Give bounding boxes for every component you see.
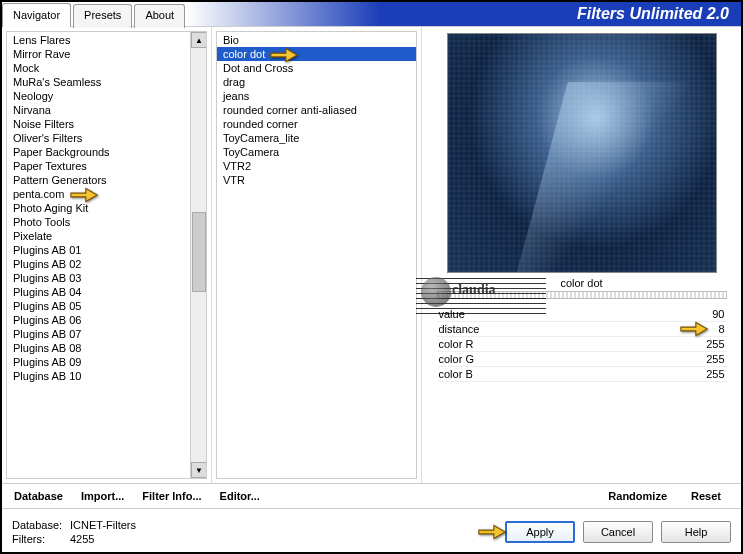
navigator-column: Lens FlaresMirror RaveMockMuRa's Seamles… (2, 27, 212, 483)
filter-item[interactable]: Bio (217, 33, 416, 47)
param-name: distance (439, 323, 480, 335)
main-panel: Lens FlaresMirror RaveMockMuRa's Seamles… (2, 26, 741, 483)
navigator-item[interactable]: Paper Textures (7, 159, 206, 173)
param-row[interactable]: color R255 (437, 337, 727, 352)
footer-buttons: Apply Cancel Help (505, 521, 731, 543)
param-name: color G (439, 353, 474, 365)
filter-item[interactable]: rounded corner (217, 117, 416, 131)
preview-title: color dot (432, 277, 731, 289)
navigator-item[interactable]: MuRa's Seamless (7, 75, 206, 89)
navigator-item[interactable]: Noise Filters (7, 117, 206, 131)
status-filters-label: Filters: (12, 532, 70, 546)
param-value: 255 (706, 353, 724, 365)
filter-listbox[interactable]: Biocolor dotDot and Crossdragjeansrounde… (216, 31, 417, 479)
navigator-item[interactable]: Photo Tools (7, 215, 206, 229)
param-name: color R (439, 338, 474, 350)
navigator-item[interactable]: Plugins AB 01 (7, 243, 206, 257)
tab-presets[interactable]: Presets (73, 4, 132, 28)
filter-item[interactable]: ToyCamera (217, 145, 416, 159)
database-button[interactable]: Database (14, 490, 63, 502)
navigator-item[interactable]: Pattern Generators (7, 173, 206, 187)
header: Navigator Presets About Filters Unlimite… (2, 2, 741, 26)
scroll-down-icon[interactable]: ▼ (191, 462, 207, 478)
editor-button[interactable]: Editor... (220, 490, 260, 502)
param-row[interactable]: distance8 (437, 322, 727, 337)
navigator-item[interactable]: Mock (7, 61, 206, 75)
status-db-label: Database: (12, 518, 70, 532)
navigator-item[interactable]: Lens Flares (7, 33, 206, 47)
reset-button[interactable]: Reset (691, 490, 721, 502)
param-value: 255 (706, 338, 724, 350)
param-name: color B (439, 368, 473, 380)
param-value: 255 (706, 368, 724, 380)
navigator-item[interactable]: Oliver's Filters (7, 131, 206, 145)
tab-strip: Navigator Presets About (2, 2, 187, 26)
filter-item[interactable]: ToyCamera_lite (217, 131, 416, 145)
parameter-list: value90distance8color R255color G255colo… (437, 307, 727, 382)
status-filters-value: 4255 (70, 533, 94, 545)
randomize-button[interactable]: Randomize (608, 490, 667, 502)
param-row[interactable]: color B255 (437, 367, 727, 382)
navigator-item[interactable]: Plugins AB 04 (7, 285, 206, 299)
navigator-item[interactable]: Plugins AB 02 (7, 257, 206, 271)
param-row[interactable]: value90 (437, 307, 727, 322)
filter-column: Biocolor dotDot and Crossdragjeansrounde… (212, 27, 422, 483)
import-button[interactable]: Import... (81, 490, 124, 502)
navigator-item[interactable]: Plugins AB 07 (7, 327, 206, 341)
param-value: 90 (712, 308, 724, 320)
status-db-value: ICNET-Filters (70, 519, 136, 531)
navigator-item[interactable]: Plugins AB 06 (7, 313, 206, 327)
filter-item[interactable]: VTR (217, 173, 416, 187)
help-button[interactable]: Help (661, 521, 731, 543)
filter-item[interactable]: drag (217, 75, 416, 89)
right-toolbar: Randomize Reset (422, 483, 741, 508)
filter-item[interactable]: VTR2 (217, 159, 416, 173)
toolbar-row: Database Import... Filter Info... Editor… (2, 483, 741, 508)
left-toolbar: Database Import... Filter Info... Editor… (2, 483, 422, 508)
app-window: Navigator Presets About Filters Unlimite… (0, 0, 743, 554)
navigator-item[interactable]: Pixelate (7, 229, 206, 243)
navigator-listbox[interactable]: Lens FlaresMirror RaveMockMuRa's Seamles… (6, 31, 207, 479)
navigator-item[interactable]: Plugins AB 05 (7, 299, 206, 313)
filter-item[interactable]: Dot and Cross (217, 61, 416, 75)
progress-bar (437, 291, 727, 299)
filterinfo-button[interactable]: Filter Info... (142, 490, 201, 502)
navigator-item[interactable]: penta.com (7, 187, 206, 201)
title-bar: Filters Unlimited 2.0 (187, 2, 741, 26)
navigator-item[interactable]: Plugins AB 03 (7, 271, 206, 285)
navigator-item[interactable]: Paper Backgrounds (7, 145, 206, 159)
scroll-up-icon[interactable]: ▲ (191, 32, 207, 48)
navigator-item[interactable]: Neology (7, 89, 206, 103)
preview-image (447, 33, 717, 273)
navigator-item[interactable]: Mirror Rave (7, 47, 206, 61)
filter-item[interactable]: rounded corner anti-aliased (217, 103, 416, 117)
tab-navigator[interactable]: Navigator (2, 3, 71, 27)
scroll-thumb[interactable] (192, 212, 206, 292)
param-name: value (439, 308, 465, 320)
apply-button[interactable]: Apply (505, 521, 575, 543)
cancel-button[interactable]: Cancel (583, 521, 653, 543)
navigator-scrollbar[interactable]: ▲ ▼ (190, 32, 206, 478)
navigator-item[interactable]: Plugins AB 10 (7, 369, 206, 383)
navigator-item[interactable]: Nirvana (7, 103, 206, 117)
param-row[interactable]: color G255 (437, 352, 727, 367)
filter-item[interactable]: color dot (217, 47, 416, 61)
filter-item[interactable]: jeans (217, 89, 416, 103)
status-text: Database:ICNET-Filters Filters:4255 (12, 518, 136, 546)
param-value: 8 (718, 323, 724, 335)
navigator-item[interactable]: Plugins AB 08 (7, 341, 206, 355)
tab-about[interactable]: About (134, 4, 185, 28)
hand-pointer-icon (477, 520, 507, 544)
navigator-item[interactable]: Plugins AB 09 (7, 355, 206, 369)
page-title: Filters Unlimited 2.0 (577, 5, 729, 23)
navigator-item[interactable]: Photo Aging Kit (7, 201, 206, 215)
preview-column: color dot value90distance8color R255colo… (422, 27, 741, 483)
footer: Database:ICNET-Filters Filters:4255 Appl… (2, 508, 741, 554)
